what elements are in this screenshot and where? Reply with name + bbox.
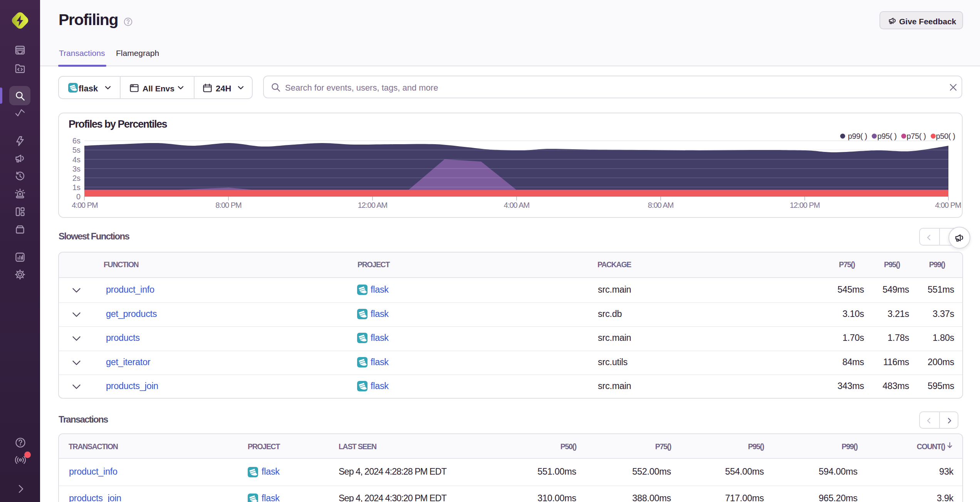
svg-text:p50( ): p50( ): [936, 132, 955, 140]
svg-text:3s: 3s: [72, 165, 81, 173]
svg-text:6s: 6s: [72, 136, 81, 145]
svg-text:8:00 AM: 8:00 AM: [648, 201, 674, 209]
svg-text:8:00 PM: 8:00 PM: [215, 201, 242, 209]
svg-text:12:00 PM: 12:00 PM: [790, 201, 820, 209]
svg-text:4:00 AM: 4:00 AM: [504, 201, 530, 209]
svg-text:4:00 PM: 4:00 PM: [72, 201, 98, 209]
svg-text:5s: 5s: [72, 146, 81, 154]
svg-text:p99( ): p99( ): [848, 132, 867, 140]
svg-text:4:00 PM: 4:00 PM: [935, 201, 961, 209]
svg-text:p75( ): p75( ): [907, 132, 926, 140]
svg-text:2s: 2s: [72, 174, 81, 182]
svg-text:4s: 4s: [72, 155, 81, 164]
svg-text:0: 0: [76, 192, 81, 201]
svg-text:1s: 1s: [72, 183, 81, 192]
svg-text:p95( ): p95( ): [878, 132, 897, 140]
svg-text:12:00 AM: 12:00 AM: [358, 201, 388, 209]
